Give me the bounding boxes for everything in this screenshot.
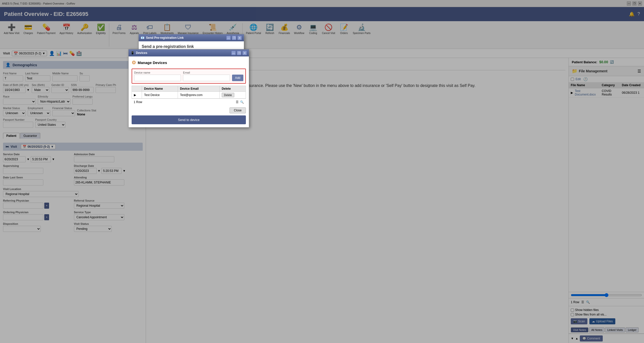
device-expand-icon[interactable]: ▶ — [132, 92, 142, 99]
devices-rows-info: 1 Row — [134, 100, 142, 104]
device-email-value: Test@qorev.com — [178, 92, 220, 99]
devices-close-button[interactable]: Close — [230, 107, 246, 113]
prereg-controls[interactable]: — ❐ ✕ — [226, 36, 242, 40]
devices-close-row: Close — [132, 105, 246, 113]
devices-list-icon[interactable]: ☰ — [236, 100, 239, 104]
device-name-input[interactable] — [134, 75, 181, 81]
devices-titlebar: 📱 Devices — ❐ ✕ — [129, 49, 249, 56]
devices-close-x-btn[interactable]: ✕ — [242, 51, 247, 55]
prereg-max-btn[interactable]: ❐ — [232, 36, 236, 40]
devices-controls[interactable]: — ❐ ✕ — [231, 51, 247, 55]
device-email-input[interactable] — [183, 75, 230, 81]
devices-footer: 1 Row ☰ 🔍 — [132, 99, 246, 105]
device-name-label: Device name — [134, 71, 181, 74]
device-delete-cell: Delete — [219, 92, 246, 99]
manage-devices-title: Manage Devices — [138, 60, 167, 65]
devices-title: 📱 Devices — [131, 51, 147, 55]
devices-actions: ☰ 🔍 — [236, 100, 244, 104]
prereg-min-btn[interactable]: — — [226, 36, 231, 40]
device-email-field: Email — [183, 71, 230, 81]
device-name-field: Device name — [134, 71, 181, 81]
devices-body: ⚙ Manage Devices Device name Email Add D… — [129, 56, 249, 127]
col-expand — [132, 86, 142, 92]
device-delete-button[interactable]: Delete — [222, 93, 234, 97]
send-to-device-button[interactable]: Send to device — [132, 115, 246, 124]
devices-search-icon[interactable]: 🔍 — [240, 100, 244, 104]
devices-icon: 📱 — [131, 51, 134, 55]
device-name-value: Test Device — [142, 92, 178, 99]
prereg-close-btn[interactable]: ✕ — [237, 36, 242, 40]
prereg-titlebar: 📧 Send Pre-registration Link — ❐ ✕ — [139, 34, 244, 41]
send-device-row: Send to device — [132, 115, 246, 124]
manage-devices-icon: ⚙ — [132, 59, 136, 66]
device-email-label: Email — [183, 71, 230, 74]
devices-max-btn[interactable]: ❐ — [237, 51, 241, 55]
col-device-name: Device Name — [142, 86, 178, 92]
device-table-header-row: Device Name Device Email Delete — [132, 86, 246, 92]
devices-min-btn[interactable]: — — [231, 51, 236, 55]
device-form: Device name Email Add — [132, 69, 246, 84]
device-row-1: ▶ Test Device Test@qorev.com Delete — [132, 92, 246, 99]
device-table: Device Name Device Email Delete ▶ Test D… — [132, 86, 246, 99]
devices-dialog: 📱 Devices — ❐ ✕ ⚙ Manage Devices Device … — [128, 49, 249, 128]
device-add-button[interactable]: Add — [232, 75, 243, 81]
manage-devices-header: ⚙ Manage Devices — [132, 59, 246, 66]
col-delete: Delete — [219, 86, 246, 92]
prereg-heading: Send a pre-registration link — [142, 44, 241, 49]
modal-overlay — [0, 0, 644, 343]
col-device-email: Device Email — [178, 86, 220, 92]
prereg-title: 📧 Send Pre-registration Link — [141, 36, 184, 40]
prereg-icon: 📧 — [141, 36, 144, 40]
